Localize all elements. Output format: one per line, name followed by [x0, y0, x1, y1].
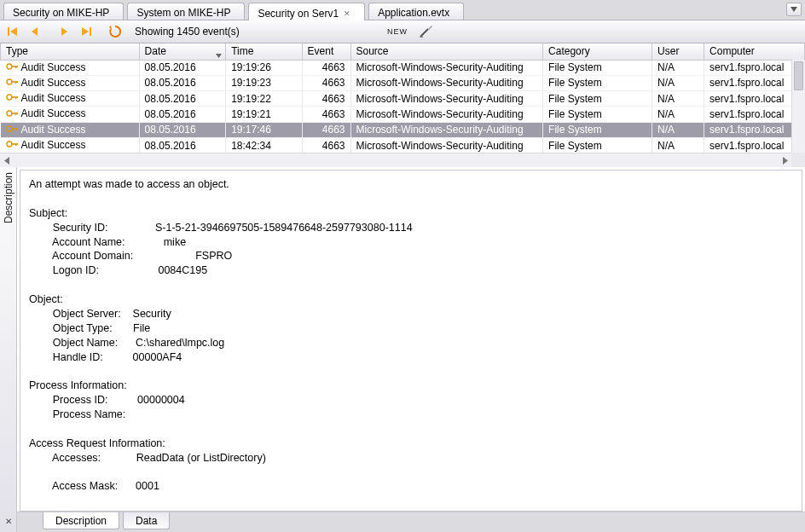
sort-desc-icon [216, 49, 222, 61]
detail-tab-bar: Description Data [17, 512, 805, 532]
close-icon[interactable]: ✕ [344, 9, 350, 18]
col-header-source[interactable]: Source [350, 43, 543, 60]
event-count-label: Showing 1450 event(s) [135, 26, 240, 38]
svg-rect-22 [17, 128, 18, 130]
table-row[interactable]: Audit Success08.05.201619:19:214663Micro… [1, 107, 805, 122]
horizontal-scrollbar[interactable] [0, 153, 791, 167]
col-header-date[interactable]: Date [139, 43, 226, 60]
table-row[interactable]: Audit Success08.05.201618:42:344663Micro… [1, 138, 805, 153]
panel-side-tab[interactable]: Description [0, 167, 17, 532]
key-icon [6, 139, 18, 152]
nav-prev-button[interactable] [26, 22, 44, 41]
nav-next-button[interactable] [55, 22, 73, 41]
table-row[interactable]: Audit Success08.05.201619:19:264663Micro… [1, 60, 805, 75]
svg-rect-21 [15, 128, 16, 130]
nav-last-button[interactable] [77, 22, 96, 41]
event-grid: Type Date Time Event Source Category Use… [0, 43, 805, 167]
tab-overflow-button[interactable] [786, 3, 802, 16]
vertical-scrollbar[interactable] [791, 60, 805, 153]
table-row[interactable]: Audit Success08.05.201619:19:234663Micro… [1, 75, 805, 90]
key-icon [6, 77, 18, 90]
col-header-user[interactable]: User [652, 43, 704, 60]
detail-tab-description[interactable]: Description [43, 512, 119, 529]
panel-close-button[interactable]: ✕ [3, 515, 14, 527]
col-header-computer[interactable]: Computer [704, 43, 805, 60]
new-indicator: NEW [387, 27, 408, 36]
table-row[interactable]: Audit Success08.05.201619:17:464663Micro… [1, 122, 805, 137]
svg-rect-10 [17, 81, 18, 83]
description-text: An attempt was made to access an object.… [20, 170, 802, 512]
refresh-button[interactable] [106, 22, 125, 41]
svg-rect-1 [90, 27, 91, 36]
col-header-type[interactable]: Type [1, 43, 140, 60]
clear-button[interactable] [416, 22, 435, 41]
scroll-right-icon[interactable] [778, 154, 791, 167]
document-tab-bar: Security on MIKE-HP System on MIKE-HP Se… [0, 0, 805, 20]
col-header-category[interactable]: Category [543, 43, 652, 60]
tab-system-mikehp[interactable]: System on MIKE-HP [127, 3, 245, 20]
table-row[interactable]: Audit Success08.05.201619:19:224663Micro… [1, 91, 805, 107]
key-icon [6, 124, 18, 136]
detail-tab-data[interactable]: Data [123, 512, 170, 529]
svg-rect-25 [15, 143, 16, 146]
scroll-left-icon[interactable] [0, 154, 14, 167]
svg-rect-13 [15, 96, 16, 99]
col-header-event[interactable]: Event [302, 43, 350, 60]
tab-security-serv1[interactable]: Security on Serv1 ✕ [248, 3, 365, 20]
svg-rect-26 [17, 143, 18, 145]
svg-rect-5 [15, 66, 16, 68]
tab-application-evtx[interactable]: Application.evtx [368, 3, 464, 20]
svg-rect-17 [15, 113, 16, 115]
svg-rect-18 [17, 113, 18, 114]
svg-rect-9 [15, 81, 16, 84]
description-panel: Description ✕ An attempt was made to acc… [0, 167, 805, 532]
nav-first-button[interactable] [3, 22, 22, 41]
svg-rect-14 [17, 96, 18, 98]
key-icon [6, 92, 18, 105]
key-icon [6, 108, 18, 121]
svg-rect-6 [17, 66, 18, 67]
col-header-time[interactable]: Time [226, 43, 302, 60]
toolbar: Showing 1450 event(s) NEW [0, 20, 805, 43]
key-icon [6, 61, 18, 74]
tab-security-mikehp[interactable]: Security on MIKE-HP [3, 3, 124, 20]
svg-rect-0 [8, 27, 9, 36]
grid-header-row: Type Date Time Event Source Category Use… [1, 43, 805, 60]
